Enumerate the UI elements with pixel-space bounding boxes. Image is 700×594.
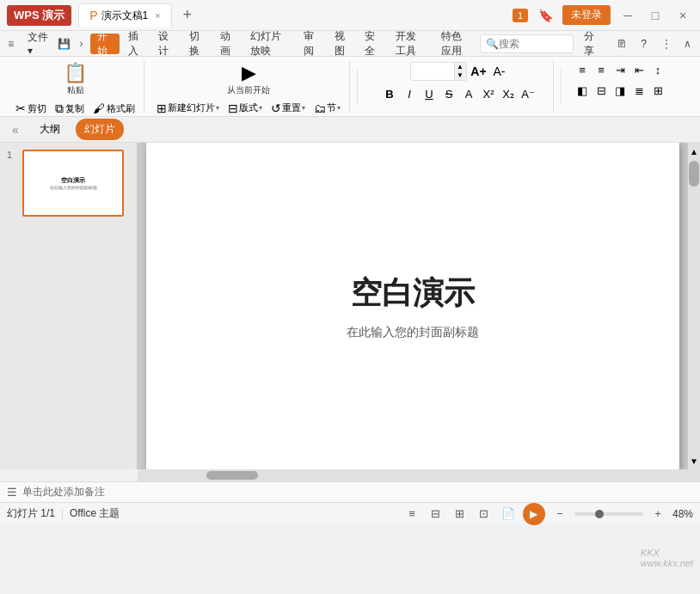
- font-color-button[interactable]: A: [460, 86, 477, 103]
- zoom-value: 48%: [672, 508, 693, 520]
- expand-menu-button[interactable]: ≡: [3, 34, 19, 54]
- font-size-up[interactable]: ▲: [454, 63, 466, 71]
- notes-bar[interactable]: ☰ 单击此处添加备注: [0, 481, 700, 502]
- align-list2-button[interactable]: ≡: [593, 62, 610, 79]
- menu-animations[interactable]: 动画: [213, 34, 243, 54]
- menu-view[interactable]: 视图: [328, 34, 357, 54]
- align-right-button[interactable]: ◨: [611, 83, 629, 100]
- search-box[interactable]: 🔍: [480, 34, 574, 53]
- play-from-button[interactable]: ▶ 从当前开始: [224, 62, 273, 98]
- align-list1-button[interactable]: ≡: [574, 62, 591, 79]
- font-shrink-button[interactable]: A-: [491, 63, 508, 80]
- new-slide-arrow: ▾: [216, 104, 219, 112]
- horizontal-scrollbar[interactable]: [138, 469, 700, 481]
- underline-button[interactable]: U: [421, 86, 438, 103]
- view-normal-icon[interactable]: ⊟: [427, 505, 445, 524]
- subscript-button[interactable]: X₂: [500, 86, 517, 103]
- zoom-minus-button[interactable]: −: [550, 505, 569, 524]
- menu-review[interactable]: 审阅: [297, 34, 326, 54]
- scroll-thumb-h[interactable]: [206, 471, 258, 480]
- collapse-ribbon-icon[interactable]: ∧: [679, 34, 697, 54]
- menu-special[interactable]: 特色应用: [434, 34, 478, 54]
- zoom-thumb[interactable]: [595, 510, 604, 518]
- close-button[interactable]: ×: [672, 5, 693, 26]
- tab-close-button[interactable]: ×: [155, 10, 160, 21]
- view-notes-icon[interactable]: 📄: [499, 505, 518, 524]
- workspace: « 大纲 幻灯片 1 空白演示 在此输入您的封面副标题 空白演示 在此输入您的封…: [0, 117, 700, 524]
- new-tab-button[interactable]: +: [175, 3, 200, 28]
- panel-collapse-button[interactable]: «: [7, 121, 24, 138]
- notes-placeholder[interactable]: 单击此处添加备注: [22, 485, 105, 499]
- menu-slideshow[interactable]: 幻灯片放映: [243, 34, 295, 54]
- restore-button[interactable]: □: [645, 5, 666, 26]
- zoom-plus-button[interactable]: +: [648, 505, 667, 524]
- font-size-input[interactable]: 0: [411, 64, 454, 78]
- content-area: 1 空白演示 在此输入您的封面副标题 空白演示 在此输入您的封面副标题 ▲ ▼: [0, 143, 700, 469]
- status-right: ≡ ⊟ ⊞ ⊡ 📄 ▶ − + 48%: [402, 503, 693, 525]
- shadow-button[interactable]: A⁻: [519, 86, 537, 103]
- section-button[interactable]: 🗂 节 ▾: [310, 100, 344, 117]
- menu-share[interactable]: 分享: [577, 34, 609, 54]
- menu-design[interactable]: 设计: [151, 34, 181, 54]
- view-menu-icon[interactable]: ≡: [402, 505, 421, 524]
- tab-outline[interactable]: 大纲: [31, 119, 69, 140]
- menu-start[interactable]: 开始: [90, 34, 120, 54]
- menu-transitions[interactable]: 切换: [182, 34, 212, 54]
- clipboard-secondary: ✂ 剪切 ⧉ 复制 🖌 格式刷: [12, 100, 138, 118]
- ribbon-sep-1: [357, 70, 358, 104]
- paste-button[interactable]: 📋 粘贴: [58, 62, 93, 98]
- slide-subtitle[interactable]: 在此输入您的封面副标题: [347, 325, 479, 340]
- new-slide-button[interactable]: ⊞ 新建幻灯片 ▾: [153, 100, 223, 117]
- cut-button[interactable]: ✂ 剪切: [12, 100, 50, 117]
- vertical-scrollbar[interactable]: ▲ ▼: [688, 143, 700, 469]
- bold-button[interactable]: B: [381, 86, 398, 103]
- align-left-button[interactable]: ◧: [574, 83, 591, 100]
- play-slideshow-button[interactable]: ▶: [523, 503, 545, 525]
- strikethrough-button[interactable]: S: [440, 86, 457, 103]
- align-center-button[interactable]: ⊟: [593, 83, 610, 100]
- ribbon-group-font: 0 ▲ ▼ A+ A- B I U S A X² X₂ A⁻: [365, 60, 554, 113]
- slide-main-title[interactable]: 空白演示: [351, 273, 475, 315]
- reset-button[interactable]: ↺ 重置 ▾: [267, 100, 309, 117]
- scroll-up-button[interactable]: ▲: [688, 143, 700, 160]
- bookmark-icon[interactable]: 🔖: [535, 5, 556, 26]
- view-grid-icon[interactable]: ⊞: [451, 505, 470, 524]
- italic-button[interactable]: I: [401, 86, 418, 103]
- watermark: KKXwww.kkx.net: [641, 548, 693, 568]
- col-button[interactable]: ⊞: [649, 83, 666, 100]
- more-icon[interactable]: ⋮: [657, 34, 675, 54]
- document-tab[interactable]: P 演示文稿1 ×: [78, 3, 171, 28]
- font-grow-button[interactable]: A+: [470, 63, 488, 80]
- menu-insert[interactable]: 插入: [121, 34, 150, 54]
- section-dropdown-arrow: ▾: [337, 104, 341, 112]
- line-spacing-button[interactable]: ↕: [649, 62, 666, 79]
- menu-save-icon[interactable]: 🖹: [612, 34, 630, 54]
- login-button[interactable]: 未登录: [562, 5, 611, 25]
- copy-button[interactable]: ⧉ 复制: [52, 100, 88, 118]
- save-icon[interactable]: 💾: [57, 34, 72, 54]
- font-size-input-group[interactable]: 0 ▲ ▼: [410, 62, 467, 81]
- tab-name: 演示文稿1: [101, 9, 149, 23]
- zoom-slider[interactable]: [574, 512, 643, 516]
- scroll-thumb-v[interactable]: [689, 161, 699, 187]
- minimize-button[interactable]: ─: [617, 5, 638, 26]
- search-input[interactable]: [499, 38, 568, 50]
- view-outline-icon[interactable]: ⊡: [475, 505, 494, 524]
- slide-canvas[interactable]: 空白演示 在此输入您的封面副标题: [146, 143, 679, 469]
- menu-security[interactable]: 安全: [358, 34, 387, 54]
- tab-slides[interactable]: 幻灯片: [76, 119, 124, 140]
- superscript-button[interactable]: X²: [480, 86, 497, 103]
- indent-increase-button[interactable]: ⇥: [611, 62, 629, 79]
- font-size-down[interactable]: ▼: [454, 71, 466, 80]
- indent-decrease-button[interactable]: ⇤: [630, 62, 648, 79]
- scroll-down-button[interactable]: ▼: [688, 452, 700, 469]
- menu-help[interactable]: ?: [634, 34, 654, 54]
- align-justify-button[interactable]: ≣: [630, 83, 648, 100]
- menu-developer[interactable]: 开发工具: [389, 34, 433, 54]
- forward-icon[interactable]: ›: [74, 34, 89, 54]
- slide-thumbnail-1[interactable]: 空白演示 在此输入您的封面副标题: [22, 150, 124, 217]
- menu-file[interactable]: 文件 ▾: [21, 34, 55, 54]
- layout-button[interactable]: ⊟ 版式 ▾: [224, 100, 266, 117]
- scroll-track-v[interactable]: [688, 187, 700, 452]
- format-painter-button[interactable]: 🖌 格式刷: [89, 100, 138, 117]
